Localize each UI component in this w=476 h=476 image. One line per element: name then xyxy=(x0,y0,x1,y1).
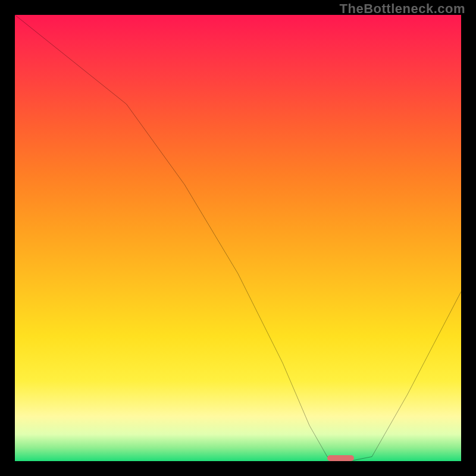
app-frame: TheBottleneck.com xyxy=(0,0,476,476)
bottleneck-curve xyxy=(15,15,461,461)
curve-path xyxy=(15,15,461,461)
watermark-text: TheBottleneck.com xyxy=(340,1,465,17)
chart-area xyxy=(15,15,461,461)
optimal-marker xyxy=(327,455,354,461)
